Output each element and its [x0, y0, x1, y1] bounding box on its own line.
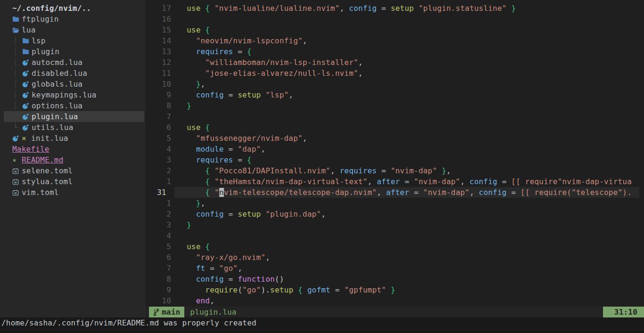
relative-line-number: 6 — [157, 252, 171, 263]
code-text: requires = { — [187, 154, 252, 165]
tree-item-label: lua — [22, 24, 36, 35]
editor-buffer[interactable]: 17use { "nvim-lualine/lualine.nvim", con… — [145, 0, 644, 307]
toml-icon — [12, 179, 22, 185]
tree-item-label: disabled.lua — [32, 68, 87, 79]
tree-item-globals-lua[interactable]: │globals.lua — [0, 79, 145, 89]
code-line[interactable]: 1 }, — [145, 198, 644, 209]
code-line[interactable]: 4 — [145, 230, 644, 241]
code-lines: 17use { "nvim-lualine/lualine.nvim", con… — [145, 3, 644, 306]
code-text: { "theHamsta/nvim-dap-virtual-text", aft… — [187, 176, 632, 187]
line-number-gutter: 2 — [145, 165, 187, 176]
tree-item-autocmd-lua[interactable]: │autocmd.lua — [0, 57, 145, 68]
code-text: "ray-x/go.nvim", — [187, 252, 270, 263]
code-line[interactable]: 9 config = setup "lsp", — [145, 89, 644, 100]
line-number-gutter: 6 — [145, 122, 187, 133]
lua-icon — [22, 114, 32, 120]
tree-item-label: lsp — [32, 35, 46, 46]
tree-item-label: globals.lua — [32, 79, 83, 89]
code-line[interactable]: 17use { "nvim-lualine/lualine.nvim", con… — [145, 3, 644, 14]
relative-line-number: 2 — [157, 209, 171, 219]
relative-line-number: 15 — [157, 24, 171, 35]
code-line[interactable]: 3 requires = { — [145, 154, 644, 165]
line-number-gutter: 11 — [145, 68, 187, 79]
tree-item-options-lua[interactable]: │options.lua — [0, 100, 145, 111]
tree-item-label: init.lua — [31, 133, 68, 144]
code-line[interactable]: 2 config = setup "plugin.dap", — [145, 209, 644, 219]
lua-icon — [22, 92, 32, 98]
tree-item-label: Makefile — [12, 144, 50, 154]
line-number-gutter: 3 — [145, 154, 187, 165]
relative-line-number: 11 — [157, 68, 171, 79]
tree-item-stylua-toml[interactable]: stylua.toml — [0, 176, 145, 187]
tree-item-label: options.lua — [32, 100, 83, 111]
code-line[interactable]: 8} — [145, 100, 644, 111]
tree-item-init-lua[interactable]: ×init.lua — [0, 133, 145, 144]
relative-line-number: 1 — [157, 198, 171, 209]
code-text: module = "dap", — [187, 144, 265, 154]
line-number-gutter: 10 — [145, 295, 187, 306]
tree-item-lsp[interactable]: │lsp — [0, 35, 145, 46]
lua-icon — [22, 70, 32, 77]
code-line[interactable]: 7 ft = "go", — [145, 263, 644, 274]
code-line[interactable]: 1 { "theHamsta/nvim-dap-virtual-text", a… — [145, 176, 644, 187]
tree-item-keymapings-lua[interactable]: │keymapings.lua — [0, 89, 145, 100]
code-text: { "nvim-telescope/telescope-dap.nvim", a… — [187, 187, 632, 198]
tree-item-selene-toml[interactable]: selene.toml — [0, 165, 145, 176]
relative-line-number: 9 — [157, 89, 171, 100]
code-line[interactable]: 11 "jose-elias-alvarez/null-ls.nvim", — [145, 68, 644, 79]
git-branch-icon — [153, 309, 159, 316]
indent-guide: └ — [12, 122, 22, 133]
tree-root-label: ~/.config/nvim/.. — [12, 3, 91, 14]
tree-item-plugin-lua[interactable]: │plugin.lua — [4, 111, 144, 122]
indent-guide: │ — [12, 57, 22, 68]
code-line[interactable]: 5use { — [145, 241, 644, 252]
code-line[interactable]: 3} — [145, 219, 644, 230]
code-text: use { — [187, 24, 210, 35]
code-text: end, — [187, 295, 215, 306]
tree-item-readme-md[interactable]: ★README.md — [0, 154, 145, 165]
code-line[interactable]: 9 require("go").setup { gofmt = "gpfumpt… — [145, 284, 644, 295]
code-text: { "Pocco81/DAPInstall.nvim", requires = … — [187, 165, 451, 176]
x-mark-icon: × — [22, 133, 31, 144]
code-line[interactable]: 13 requires = { — [145, 46, 644, 57]
lua-icon — [22, 124, 32, 131]
indent-guide: │ — [12, 100, 22, 111]
line-number-gutter: 8 — [145, 274, 187, 284]
code-line[interactable]: 5 "mfussenegger/nvim-dap", — [145, 133, 644, 144]
code-line[interactable]: 10 end, — [145, 295, 644, 306]
line-number-gutter: 9 — [145, 284, 187, 295]
line-number-gutter: 8 — [145, 100, 187, 111]
code-line[interactable]: 12 "williamboman/nvim-lsp-installer", — [145, 57, 644, 68]
tree-item-utils-lua[interactable]: └utils.lua — [0, 122, 145, 133]
tree-item-label: autocmd.lua — [32, 57, 83, 68]
tree-item-label: README.md — [22, 154, 64, 165]
code-line[interactable]: 2 { "Pocco81/DAPInstall.nvim", requires … — [145, 165, 644, 176]
code-line[interactable]: 7 — [145, 111, 644, 122]
line-number-gutter: 7 — [145, 111, 187, 122]
relative-line-number: 17 — [157, 3, 171, 14]
indent-guide: │ — [12, 46, 22, 57]
folder-icon — [12, 16, 22, 22]
tree-item-lua[interactable]: lua — [0, 24, 145, 35]
code-line[interactable]: 10 }, — [145, 79, 644, 89]
code-text: "neovim/nvim-lspconfig", — [187, 35, 307, 46]
indent-guide: │ — [12, 35, 22, 46]
code-line[interactable]: 16 — [145, 14, 644, 24]
neovim-terminal: ~/.config/nvim/.. ftpluginlua│lsp│plugin… — [0, 0, 644, 333]
tree-item-disabled-lua[interactable]: │disabled.lua — [0, 68, 145, 79]
tree-item-vim-toml[interactable]: vim.toml — [0, 187, 145, 198]
code-line-current[interactable]: 31 { "nvim-telescope/telescope-dap.nvim"… — [145, 187, 644, 198]
line-number-gutter: 4 — [145, 230, 187, 241]
file-tree-panel: ~/.config/nvim/.. ftpluginlua│lsp│plugin… — [0, 0, 145, 317]
tree-item-ftplugin[interactable]: ftplugin — [0, 14, 145, 24]
code-line[interactable]: 8 config = function() — [145, 274, 644, 284]
folder-icon — [22, 49, 32, 55]
code-line[interactable]: 6use { — [145, 122, 644, 133]
tree-item-plugin[interactable]: │plugin — [0, 46, 145, 57]
line-number-gutter: 15 — [145, 24, 187, 35]
tree-item-makefile[interactable]: Makefile — [0, 144, 145, 154]
code-line[interactable]: 4 module = "dap", — [145, 144, 644, 154]
code-line[interactable]: 6 "ray-x/go.nvim", — [145, 252, 644, 263]
code-line[interactable]: 15use { — [145, 24, 644, 35]
code-line[interactable]: 14 "neovim/nvim-lspconfig", — [145, 35, 644, 46]
